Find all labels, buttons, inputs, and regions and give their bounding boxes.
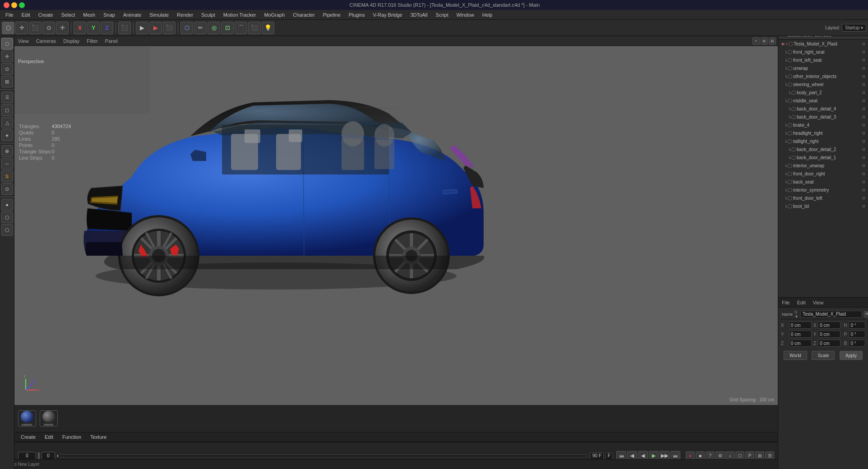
material-interior[interactable]: interior — [40, 410, 58, 427]
scene-item-interior-sym[interactable]: L◯ interior_symmetry ⊡ — [778, 186, 868, 194]
tb-light[interactable]: 💡 — [262, 22, 274, 34]
tb-pen[interactable]: ✏ — [194, 22, 207, 34]
menu-snap[interactable]: Snap — [100, 11, 119, 18]
scene-item-vis-bdd2[interactable]: ⊡ — [861, 147, 866, 152]
coord-field-h[interactable]: 0 ° — [849, 322, 865, 329]
scene-item-vis-tesla[interactable]: ⊡ — [861, 41, 866, 46]
scene-item-vis-unwrap[interactable]: ⊡ — [861, 65, 866, 71]
left-tool-sym[interactable]: ⬡ — [1, 212, 13, 223]
scene-item-vis-bdd4[interactable]: ⊡ — [861, 106, 866, 111]
scene-item-vis-fdl[interactable]: ⊡ — [861, 195, 866, 201]
prop-icon-eye[interactable]: 👁 — [864, 311, 868, 317]
menu-simulate[interactable]: Simulate — [146, 11, 172, 18]
left-tool-4[interactable]: ◈ — [1, 129, 13, 141]
maximize-button[interactable] — [19, 2, 25, 8]
tb-mode-model[interactable]: ✛ — [15, 22, 28, 34]
scene-item-vis-bdd3[interactable]: ⊡ — [861, 114, 866, 120]
scene-item-headlight-right[interactable]: L◯ headlight_right ⊡ — [778, 129, 868, 137]
tb-render-all[interactable]: ⬛ — [163, 22, 175, 34]
vp-menu-view[interactable]: View — [16, 37, 31, 45]
frame-current-input[interactable] — [18, 452, 36, 460]
prop-file-btn[interactable]: File — [780, 299, 792, 306]
scene-item-bdd1[interactable]: L◯ back_door_detail_1 ⊡ — [778, 153, 868, 161]
scene-item-steering[interactable]: L◯ steering_wheel ⊡ — [778, 80, 868, 88]
prop-name-input[interactable] — [800, 311, 862, 318]
scene-item-vis-bl[interactable]: ⊡ — [861, 203, 866, 209]
tb-render-region[interactable]: ▶ — [136, 22, 148, 34]
coord-field-z[interactable]: 0 cm — [789, 340, 812, 347]
scene-item-vis-bp2[interactable]: ⊡ — [861, 90, 866, 95]
vp-corner-btn-3[interactable]: ⊞ — [769, 37, 776, 45]
scene-item-unwrap[interactable]: L◯ unwrap ⊡ — [778, 64, 868, 72]
coord-field-p[interactable]: 0 ° — [849, 331, 865, 338]
tb-world-coord[interactable]: ⬛ — [118, 22, 131, 34]
scene-item-vis-ms[interactable]: ⊡ — [861, 98, 866, 103]
scene-item-vis-iu[interactable]: ⊡ — [861, 163, 866, 168]
menu-plugins[interactable]: Plugins — [345, 11, 369, 18]
scene-item-taillight-right[interactable]: L◯ taillight_right ⊡ — [778, 137, 868, 145]
left-tool-snap4[interactable]: ⊙ — [1, 183, 13, 195]
scene-item-vis-tr[interactable]: ⊡ — [861, 138, 866, 144]
left-tool-snap2[interactable]: ─ — [1, 158, 13, 170]
scene-item-boot-lid[interactable]: L◯ boot_lid ⊡ — [778, 202, 868, 210]
menu-render[interactable]: Render — [173, 11, 197, 18]
scene-item-vis-sw[interactable]: ⊡ — [861, 82, 866, 87]
mat-texture-btn[interactable]: Texture — [88, 433, 109, 441]
menu-motion-tracker[interactable]: Motion Tracker — [220, 11, 260, 18]
tb-z-axis[interactable]: Z — [101, 22, 113, 34]
scene-item-front-door-left[interactable]: L◯ front_door_left ⊡ — [778, 194, 868, 202]
tb-cube[interactable]: ⬡ — [180, 22, 193, 34]
scene-item-front-left-seat[interactable]: L◯ front_left_seat ⊡ — [778, 56, 868, 64]
scene-item-vis-is[interactable]: ⊡ — [861, 187, 866, 193]
left-tool-3[interactable]: △ — [1, 117, 13, 129]
scene-item-vis-fls[interactable]: ⊡ — [861, 57, 866, 63]
scene-item-vis-oi[interactable]: ⊡ — [861, 74, 866, 79]
left-tool-1[interactable]: ☰ — [1, 92, 13, 103]
scene-item-bdd4[interactable]: L◯ back_door_detail_4 ⊡ — [778, 105, 868, 113]
menu-create[interactable]: Create — [35, 11, 57, 18]
prop-edit-btn[interactable]: Edit — [795, 299, 808, 306]
tb-mode-object[interactable]: ⬡ — [2, 22, 14, 34]
coord-field-y[interactable]: 0 cm — [789, 331, 812, 338]
left-tool-extra1[interactable]: ⬡ — [1, 224, 13, 236]
scene-object-list[interactable]: ▶ L◯ Tesla_Model_X_Plaid ⊡ L◯ front_righ… — [778, 40, 868, 297]
vp-menu-filter[interactable]: Filter — [85, 37, 99, 45]
vp-menu-panel[interactable]: Panel — [103, 37, 120, 45]
viewport-canvas[interactable]: Triangles4304724 Quads0 Lines285 Points0… — [14, 46, 778, 406]
world-button[interactable]: World — [784, 351, 807, 360]
left-tool-2[interactable]: ◻ — [1, 104, 13, 116]
left-tool-snap1[interactable]: ⊕ — [1, 145, 13, 157]
close-button[interactable] — [4, 2, 9, 8]
mat-edit-btn[interactable]: Edit — [42, 433, 56, 441]
scene-item-vis-hr[interactable]: ⊡ — [861, 130, 866, 136]
menu-file[interactable]: File — [2, 11, 17, 18]
tb-deform[interactable]: ⊡ — [221, 22, 234, 34]
scene-item-body-part-2[interactable]: L◯ body_part_2 ⊡ — [778, 88, 868, 97]
menu-sculpt[interactable]: Sculpt — [198, 11, 219, 18]
minimize-button[interactable] — [11, 2, 17, 8]
frame-end-display[interactable]: 90 F — [590, 452, 604, 460]
menu-script[interactable]: Script — [432, 11, 452, 18]
tb-spline[interactable]: ⌒ — [235, 22, 247, 34]
vp-corner-btn-1[interactable]: + — [753, 37, 760, 45]
scene-item-brake4[interactable]: L◯ brake_4 ⊡ — [778, 121, 868, 129]
scene-item-back-seat[interactable]: L◯ back_seat ⊡ — [778, 178, 868, 186]
scene-item-vis-bs[interactable]: ⊡ — [861, 179, 866, 184]
scene-item-bdd3[interactable]: L◯ back_door_detail_3 ⊡ — [778, 113, 868, 121]
scene-item-middle-seat[interactable]: L◯ middle_seat ⊡ — [778, 97, 868, 105]
tb-mode-texture[interactable]: ⬛ — [29, 22, 42, 34]
layout-value[interactable]: Startup ▾ — [842, 24, 866, 32]
coord-field-x[interactable]: 0 cm — [789, 322, 812, 329]
tb-mode-scale[interactable]: ✛ — [56, 22, 69, 34]
menu-help[interactable]: Help — [479, 11, 496, 18]
mat-function-btn[interactable]: Function — [60, 433, 84, 441]
left-tool-rotate[interactable]: ⊙ — [1, 63, 13, 75]
menu-character[interactable]: Character — [289, 11, 318, 18]
timeline-scrubber[interactable] — [57, 455, 588, 457]
menu-3dtoall[interactable]: 3DToAll — [407, 11, 431, 18]
vp-menu-display[interactable]: Display — [61, 37, 81, 45]
tb-boole[interactable]: ◎ — [208, 22, 220, 34]
scale-button[interactable]: Scale — [812, 351, 835, 360]
apply-button[interactable]: Apply — [840, 351, 863, 360]
tb-render-view[interactable]: ▶ — [149, 22, 162, 34]
